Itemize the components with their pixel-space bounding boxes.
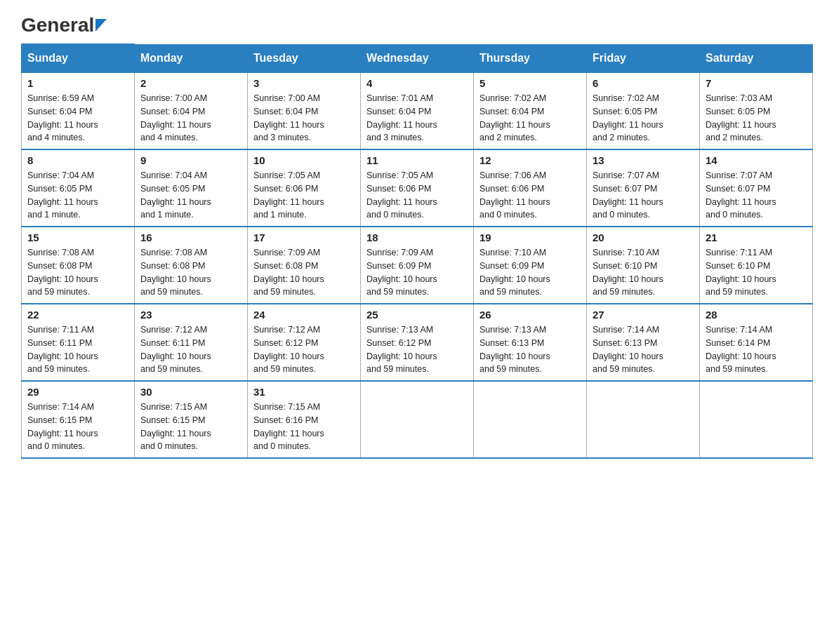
day-info: Sunrise: 7:05 AM Sunset: 6:06 PM Dayligh… — [253, 169, 355, 222]
calendar-cell: 2 Sunrise: 7:00 AM Sunset: 6:04 PM Dayli… — [135, 72, 248, 149]
day-number: 16 — [140, 232, 241, 243]
day-number: 20 — [593, 232, 694, 243]
day-info: Sunrise: 7:09 AM Sunset: 6:08 PM Dayligh… — [253, 246, 355, 299]
calendar-header-thursday: Thursday — [474, 44, 587, 72]
day-number: 26 — [479, 309, 581, 321]
day-number: 15 — [27, 232, 128, 243]
logo-arrow-icon — [95, 19, 107, 34]
calendar-cell: 8 Sunrise: 7:04 AM Sunset: 6:05 PM Dayli… — [22, 149, 135, 227]
calendar-cell: 15 Sunrise: 7:08 AM Sunset: 6:08 PM Dayl… — [22, 227, 135, 304]
calendar-cell: 26 Sunrise: 7:13 AM Sunset: 6:13 PM Dayl… — [474, 304, 587, 381]
day-info: Sunrise: 7:12 AM Sunset: 6:11 PM Dayligh… — [140, 323, 241, 376]
calendar-cell: 3 Sunrise: 7:00 AM Sunset: 6:04 PM Dayli… — [248, 72, 361, 149]
calendar-cell: 6 Sunrise: 7:02 AM Sunset: 6:05 PM Dayli… — [587, 72, 700, 149]
logo: General — [21, 14, 107, 36]
day-number: 14 — [706, 154, 807, 166]
day-number: 4 — [366, 77, 468, 89]
day-info: Sunrise: 7:14 AM Sunset: 6:14 PM Dayligh… — [706, 323, 807, 376]
day-info: Sunrise: 7:15 AM Sunset: 6:15 PM Dayligh… — [140, 401, 241, 453]
day-info: Sunrise: 7:03 AM Sunset: 6:05 PM Dayligh… — [706, 92, 807, 145]
calendar-cell: 31 Sunrise: 7:15 AM Sunset: 6:16 PM Dayl… — [248, 381, 361, 458]
calendar-cell: 19 Sunrise: 7:10 AM Sunset: 6:09 PM Dayl… — [474, 227, 587, 304]
day-number: 29 — [27, 386, 128, 398]
calendar-cell: 25 Sunrise: 7:13 AM Sunset: 6:12 PM Dayl… — [361, 304, 474, 381]
day-number: 1 — [27, 77, 128, 89]
week-row-2: 8 Sunrise: 7:04 AM Sunset: 6:05 PM Dayli… — [22, 149, 813, 227]
calendar-cell: 29 Sunrise: 7:14 AM Sunset: 6:15 PM Dayl… — [22, 381, 135, 458]
calendar-cell: 30 Sunrise: 7:15 AM Sunset: 6:15 PM Dayl… — [135, 381, 248, 458]
calendar-cell: 18 Sunrise: 7:09 AM Sunset: 6:09 PM Dayl… — [361, 227, 474, 304]
day-info: Sunrise: 7:04 AM Sunset: 6:05 PM Dayligh… — [140, 169, 241, 222]
day-number: 6 — [593, 77, 694, 89]
calendar-cell: 22 Sunrise: 7:11 AM Sunset: 6:11 PM Dayl… — [22, 304, 135, 381]
day-number: 8 — [27, 154, 128, 166]
day-info: Sunrise: 7:14 AM Sunset: 6:15 PM Dayligh… — [27, 401, 128, 453]
calendar-cell: 5 Sunrise: 7:02 AM Sunset: 6:04 PM Dayli… — [474, 72, 587, 149]
calendar-cell: 10 Sunrise: 7:05 AM Sunset: 6:06 PM Dayl… — [248, 149, 361, 227]
logo-general: General — [21, 14, 94, 36]
page-header: General — [21, 14, 813, 36]
day-number: 21 — [706, 232, 807, 243]
calendar-cell — [474, 381, 587, 458]
day-info: Sunrise: 7:07 AM Sunset: 6:07 PM Dayligh… — [706, 169, 807, 222]
day-info: Sunrise: 7:08 AM Sunset: 6:08 PM Dayligh… — [140, 246, 241, 299]
day-number: 28 — [706, 309, 807, 321]
day-info: Sunrise: 7:01 AM Sunset: 6:04 PM Dayligh… — [366, 92, 468, 145]
week-row-1: 1 Sunrise: 6:59 AM Sunset: 6:04 PM Dayli… — [22, 72, 813, 149]
day-info: Sunrise: 7:09 AM Sunset: 6:09 PM Dayligh… — [366, 246, 468, 299]
day-info: Sunrise: 7:13 AM Sunset: 6:13 PM Dayligh… — [479, 323, 581, 376]
calendar-cell: 27 Sunrise: 7:14 AM Sunset: 6:13 PM Dayl… — [587, 304, 700, 381]
day-info: Sunrise: 7:02 AM Sunset: 6:04 PM Dayligh… — [479, 92, 581, 145]
day-info: Sunrise: 7:15 AM Sunset: 6:16 PM Dayligh… — [253, 401, 355, 453]
day-info: Sunrise: 7:11 AM Sunset: 6:10 PM Dayligh… — [706, 246, 807, 299]
day-info: Sunrise: 7:04 AM Sunset: 6:05 PM Dayligh… — [27, 169, 128, 222]
day-info: Sunrise: 7:10 AM Sunset: 6:09 PM Dayligh… — [479, 246, 581, 299]
day-info: Sunrise: 7:00 AM Sunset: 6:04 PM Dayligh… — [140, 92, 241, 145]
day-number: 10 — [253, 154, 355, 166]
day-number: 27 — [593, 309, 694, 321]
calendar-header-sunday: Sunday — [22, 44, 135, 72]
calendar-header-monday: Monday — [135, 44, 248, 72]
calendar-header-wednesday: Wednesday — [361, 44, 474, 72]
calendar-cell: 21 Sunrise: 7:11 AM Sunset: 6:10 PM Dayl… — [700, 227, 813, 304]
calendar-cell: 28 Sunrise: 7:14 AM Sunset: 6:14 PM Dayl… — [700, 304, 813, 381]
day-number: 17 — [253, 232, 355, 243]
day-number: 11 — [366, 154, 468, 166]
day-info: Sunrise: 7:00 AM Sunset: 6:04 PM Dayligh… — [253, 92, 355, 145]
week-row-3: 15 Sunrise: 7:08 AM Sunset: 6:08 PM Dayl… — [22, 227, 813, 304]
day-info: Sunrise: 7:11 AM Sunset: 6:11 PM Dayligh… — [27, 323, 128, 376]
calendar-cell: 12 Sunrise: 7:06 AM Sunset: 6:06 PM Dayl… — [474, 149, 587, 227]
day-info: Sunrise: 7:07 AM Sunset: 6:07 PM Dayligh… — [593, 169, 694, 222]
day-number: 31 — [253, 386, 355, 398]
calendar-table: SundayMondayTuesdayWednesdayThursdayFrid… — [21, 43, 813, 459]
week-row-5: 29 Sunrise: 7:14 AM Sunset: 6:15 PM Dayl… — [22, 381, 813, 458]
day-number: 9 — [140, 154, 241, 166]
day-number: 24 — [253, 309, 355, 321]
calendar-cell: 13 Sunrise: 7:07 AM Sunset: 6:07 PM Dayl… — [587, 149, 700, 227]
calendar-cell — [700, 381, 813, 458]
day-number: 22 — [27, 309, 128, 321]
day-number: 12 — [479, 154, 581, 166]
day-number: 13 — [593, 154, 694, 166]
calendar-cell — [587, 381, 700, 458]
calendar-header-friday: Friday — [587, 44, 700, 72]
day-number: 5 — [479, 77, 581, 89]
calendar-header-saturday: Saturday — [700, 44, 813, 72]
calendar-cell: 23 Sunrise: 7:12 AM Sunset: 6:11 PM Dayl… — [135, 304, 248, 381]
calendar-cell: 1 Sunrise: 6:59 AM Sunset: 6:04 PM Dayli… — [22, 72, 135, 149]
calendar-cell: 16 Sunrise: 7:08 AM Sunset: 6:08 PM Dayl… — [135, 227, 248, 304]
calendar-cell: 17 Sunrise: 7:09 AM Sunset: 6:08 PM Dayl… — [248, 227, 361, 304]
day-info: Sunrise: 7:13 AM Sunset: 6:12 PM Dayligh… — [366, 323, 468, 376]
day-number: 18 — [366, 232, 468, 243]
day-number: 19 — [479, 232, 581, 243]
day-number: 3 — [253, 77, 355, 89]
calendar-header-tuesday: Tuesday — [248, 44, 361, 72]
svg-marker-0 — [95, 19, 107, 32]
calendar-cell: 11 Sunrise: 7:05 AM Sunset: 6:06 PM Dayl… — [361, 149, 474, 227]
day-info: Sunrise: 7:05 AM Sunset: 6:06 PM Dayligh… — [366, 169, 468, 222]
calendar-cell: 14 Sunrise: 7:07 AM Sunset: 6:07 PM Dayl… — [700, 149, 813, 227]
day-number: 30 — [140, 386, 241, 398]
day-info: Sunrise: 7:14 AM Sunset: 6:13 PM Dayligh… — [593, 323, 694, 376]
day-info: Sunrise: 7:06 AM Sunset: 6:06 PM Dayligh… — [479, 169, 581, 222]
calendar-cell: 20 Sunrise: 7:10 AM Sunset: 6:10 PM Dayl… — [587, 227, 700, 304]
